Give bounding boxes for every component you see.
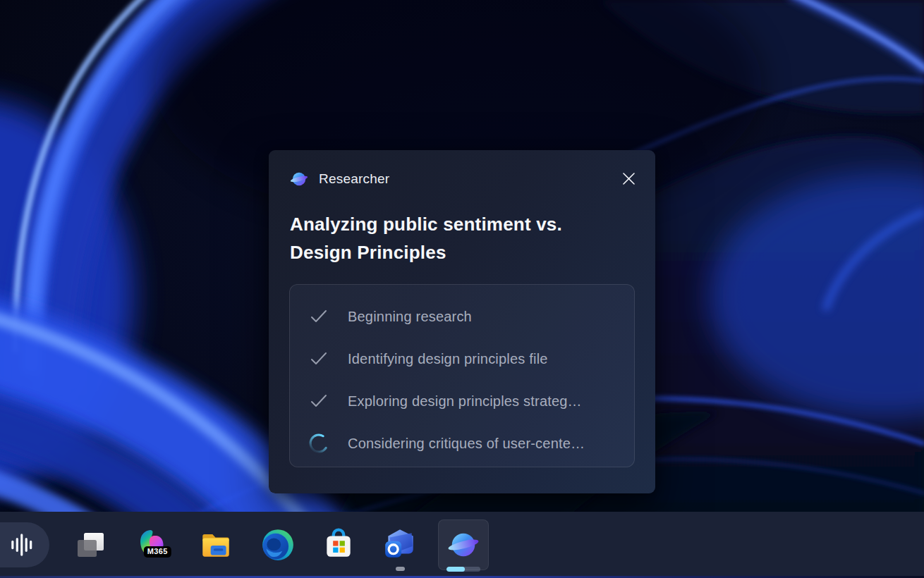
task-view-icon bbox=[73, 528, 107, 562]
task-label: Identifying design principles file bbox=[348, 351, 548, 367]
m365-badge: M365 bbox=[144, 546, 171, 558]
taskbar: M365 bbox=[0, 512, 924, 578]
store-icon bbox=[321, 527, 356, 562]
waveform-icon bbox=[8, 531, 35, 558]
voice-waveform-button[interactable] bbox=[0, 522, 49, 567]
m365-copilot-button[interactable]: M365 bbox=[130, 522, 176, 568]
task-row: Considering critiques of user-cente… bbox=[290, 422, 634, 465]
check-icon bbox=[308, 348, 329, 369]
dialog-title-line2: Design Principles bbox=[290, 238, 634, 266]
researcher-planet-icon bbox=[290, 170, 308, 188]
researcher-progress-indicator bbox=[446, 567, 480, 572]
task-row: Beginning research bbox=[290, 295, 634, 338]
check-icon bbox=[308, 391, 329, 412]
check-icon bbox=[308, 306, 329, 327]
outlook-running-indicator bbox=[396, 567, 405, 571]
m365-copilot-icon: M365 bbox=[135, 527, 171, 562]
task-progress-card: Beginning research Identifying design pr… bbox=[289, 284, 635, 467]
close-button[interactable] bbox=[617, 167, 640, 190]
folder-icon bbox=[198, 527, 233, 562]
task-view-button[interactable] bbox=[67, 522, 114, 568]
researcher-progress-fill bbox=[446, 567, 465, 572]
task-row: Exploring design principles strateg… bbox=[290, 380, 634, 422]
dialog-header: Researcher bbox=[269, 150, 655, 188]
edge-button[interactable] bbox=[255, 522, 301, 568]
task-row: Identifying design principles file bbox=[290, 338, 634, 380]
file-explorer-button[interactable] bbox=[193, 522, 239, 568]
task-label: Beginning research bbox=[348, 309, 472, 325]
researcher-planet-icon bbox=[447, 529, 480, 561]
outlook-button[interactable] bbox=[377, 522, 423, 568]
dialog-title-line1: Analyzing public sentiment vs. bbox=[290, 210, 634, 238]
close-icon bbox=[623, 173, 635, 185]
dialog-title: Analyzing public sentiment vs. Design Pr… bbox=[290, 210, 634, 266]
dialog-app-name: Researcher bbox=[319, 171, 389, 187]
spinner-icon bbox=[308, 433, 329, 454]
task-label: Exploring design principles strateg… bbox=[348, 393, 582, 410]
researcher-progress-dialog: Researcher Analyzing public sentiment vs… bbox=[269, 150, 655, 493]
outlook-icon bbox=[382, 527, 418, 562]
task-label: Considering critiques of user-cente… bbox=[348, 436, 585, 452]
microsoft-store-button[interactable] bbox=[315, 522, 362, 568]
edge-icon bbox=[260, 527, 296, 562]
researcher-taskbar-button[interactable] bbox=[438, 519, 489, 570]
